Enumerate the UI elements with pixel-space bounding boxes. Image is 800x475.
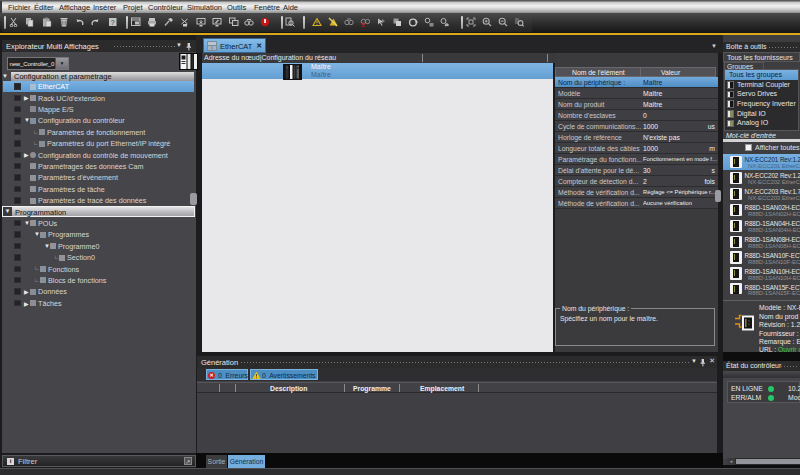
svg-text:?: ? [110,19,114,26]
